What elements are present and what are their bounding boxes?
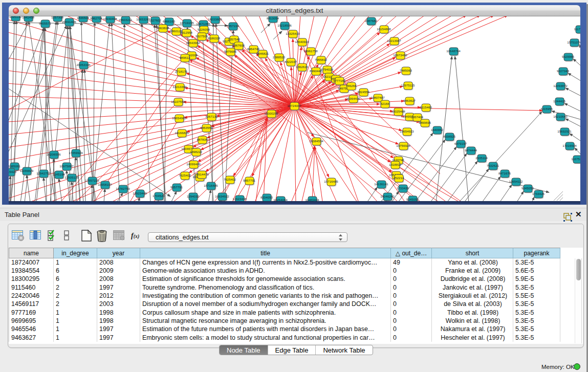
svg-text:16603211: 16603211	[118, 18, 133, 21]
svg-text:6466160: 6466160	[163, 19, 176, 23]
svg-text:18724007: 18724007	[287, 104, 301, 107]
svg-text:1117534: 1117534	[574, 27, 580, 31]
svg-text:16033809: 16033809	[208, 17, 222, 21]
svg-text:62166: 62166	[380, 102, 389, 105]
svg-text:19654923: 19654923	[400, 129, 414, 133]
svg-text:1145194: 1145194	[53, 172, 65, 176]
svg-text:7955812: 7955812	[315, 58, 328, 61]
svg-text:15716485: 15716485	[204, 184, 218, 187]
svg-text:11483404: 11483404	[305, 198, 319, 201]
svg-text:10025488: 10025488	[391, 110, 405, 113]
svg-text:20053346: 20053346	[76, 63, 91, 67]
svg-text:8990448: 8990448	[310, 69, 322, 73]
svg-text:16543962: 16543962	[186, 41, 200, 45]
svg-text:9899695: 9899695	[419, 121, 431, 124]
svg-text:18300295: 18300295	[264, 112, 278, 115]
svg-text:9962704: 9962704	[90, 16, 103, 20]
svg-text:16210643: 16210643	[553, 115, 568, 118]
svg-text:9245052: 9245052	[406, 198, 419, 201]
svg-text:12505135: 12505135	[64, 176, 79, 179]
svg-text:1294030: 1294030	[187, 194, 200, 198]
svg-text:1353559: 1353559	[200, 126, 213, 129]
svg-text:10654112: 10654112	[509, 180, 523, 183]
svg-text:887834: 887834	[197, 138, 208, 141]
svg-text:2367608: 2367608	[232, 43, 245, 47]
svg-text:7485063: 7485063	[400, 69, 412, 72]
svg-text:14099489: 14099489	[186, 162, 201, 166]
svg-text:9657791: 9657791	[170, 185, 183, 189]
svg-text:3267130: 3267130	[205, 115, 218, 118]
svg-text:10719155: 10719155	[180, 21, 194, 25]
svg-text:1257308: 1257308	[51, 16, 64, 19]
svg-text:5875685: 5875685	[224, 50, 237, 53]
svg-text:9405571: 9405571	[39, 21, 52, 25]
svg-text:3215955: 3215955	[540, 107, 553, 111]
svg-text:19654963: 19654963	[172, 116, 186, 120]
svg-text:16154808: 16154808	[377, 27, 391, 31]
svg-text:1095130: 1095130	[9, 16, 22, 18]
svg-text:1498222: 1498222	[190, 150, 203, 154]
svg-text:7625402: 7625402	[224, 178, 236, 181]
svg-text:10807487: 10807487	[371, 96, 385, 99]
svg-text:2718176: 2718176	[175, 70, 188, 73]
svg-text:9474444: 9474444	[465, 148, 477, 152]
svg-text:17359924: 17359924	[69, 151, 83, 155]
svg-text:12975115: 12975115	[401, 83, 415, 87]
svg-text:9857791: 9857791	[243, 179, 256, 182]
svg-text:1167534: 1167534	[571, 157, 580, 161]
svg-text:252214: 252214	[394, 176, 404, 180]
svg-text:1640952: 1640952	[431, 128, 444, 132]
svg-text:10958107: 10958107	[98, 183, 112, 186]
svg-text:1704520: 1704520	[153, 194, 165, 198]
svg-text:16107553: 16107553	[171, 100, 185, 103]
svg-text:746266: 746266	[346, 84, 357, 87]
svg-text:1841458: 1841458	[22, 16, 35, 19]
svg-text:16671355: 16671355	[196, 22, 210, 26]
svg-text:8813054: 8813054	[267, 16, 279, 20]
svg-text:20364436: 20364436	[346, 97, 360, 100]
svg-text:8912954: 8912954	[180, 31, 193, 34]
svg-text:9777169: 9777169	[333, 79, 346, 82]
svg-text:8186328: 8186328	[208, 36, 221, 40]
svg-text:3824554: 3824554	[357, 90, 370, 94]
svg-text:16934922: 16934922	[215, 194, 229, 198]
svg-text:10973493: 10973493	[393, 53, 407, 57]
svg-text:5226058: 5226058	[198, 28, 210, 31]
svg-text:7632621: 7632621	[487, 164, 499, 167]
svg-text:9227343: 9227343	[557, 69, 570, 73]
svg-text:1244415: 1244415	[553, 99, 566, 103]
svg-text:16046240: 16046240	[380, 194, 395, 198]
svg-text:19384554: 19384554	[309, 139, 323, 143]
svg-text:19166825: 19166825	[175, 131, 189, 135]
svg-text:10254064: 10254064	[273, 198, 288, 201]
svg-text:14136141: 14136141	[374, 182, 388, 186]
svg-text:20206556: 20206556	[47, 152, 61, 156]
svg-text:10930408: 10930408	[103, 17, 117, 20]
svg-text:15692921: 15692921	[557, 129, 572, 133]
svg-text:7663822: 7663822	[157, 26, 169, 30]
svg-text:2935114: 2935114	[475, 156, 488, 160]
svg-text:19756928: 19756928	[396, 144, 410, 147]
svg-text:19914479: 19914479	[194, 172, 209, 176]
svg-text:7625402: 7625402	[179, 173, 191, 177]
svg-text:f(x): f(x)	[131, 232, 139, 239]
svg-text:9245052: 9245052	[521, 186, 534, 190]
svg-text:12923448: 12923448	[133, 191, 147, 195]
svg-text:15751074: 15751074	[567, 40, 580, 44]
svg-text:1385061: 1385061	[9, 164, 21, 168]
svg-text:8454749: 8454749	[247, 47, 260, 51]
svg-text:16782759: 16782759	[116, 187, 130, 190]
svg-text:15716485: 15716485	[324, 180, 338, 183]
svg-text:18640910: 18640910	[295, 40, 309, 43]
svg-text:3915423: 3915423	[9, 170, 17, 173]
svg-text:2057546: 2057546	[228, 37, 241, 41]
svg-text:1318812: 1318812	[389, 163, 402, 166]
svg-text:8471676: 8471676	[498, 171, 511, 175]
svg-text:17957223: 17957223	[85, 179, 99, 182]
svg-text:9329966: 9329966	[562, 55, 575, 58]
svg-text:1733426: 1733426	[397, 186, 409, 190]
svg-text:9463627: 9463627	[403, 99, 416, 102]
svg-text:2388520: 2388520	[273, 55, 286, 59]
svg-text:6879197: 6879197	[454, 142, 467, 145]
svg-text:1957404: 1957404	[411, 115, 424, 119]
